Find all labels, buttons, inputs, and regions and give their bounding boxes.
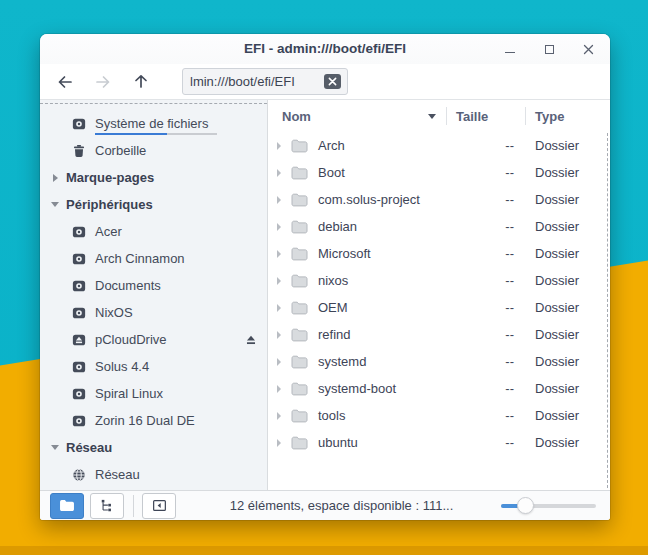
sidebar-item-documents[interactable]: Documents	[40, 272, 267, 299]
sidebar-section-bookmarks[interactable]: Marque-pages	[40, 164, 267, 191]
file-name: systemd-boot	[318, 381, 396, 396]
clear-location-button[interactable]	[324, 74, 341, 89]
sidebar-item-trash[interactable]: Corbeille	[40, 137, 267, 164]
sidebar-item-arch-cinnamon[interactable]: Arch Cinnamon	[40, 245, 267, 272]
file-type: Dossier	[526, 408, 610, 423]
sidebar-item-acer[interactable]: Acer	[40, 218, 267, 245]
sidebar-item-label: NixOS	[95, 305, 133, 320]
sidebar-section-network[interactable]: Réseau	[40, 434, 267, 461]
eject-icon	[244, 333, 258, 347]
trash-icon	[72, 144, 86, 158]
drag-indicator-top	[40, 103, 267, 104]
expander-icon[interactable]	[277, 385, 281, 393]
expander-icon[interactable]	[277, 358, 281, 366]
close-icon	[583, 44, 594, 55]
drag-indicator-right	[607, 133, 608, 488]
expander-icon[interactable]	[277, 331, 281, 339]
table-row[interactable]: Arch -- Dossier	[268, 132, 610, 159]
expander-icon[interactable]	[277, 196, 281, 204]
maximize-icon	[545, 45, 554, 54]
chevron-down-icon	[51, 202, 59, 207]
file-name: nixos	[318, 273, 348, 288]
folder-icon	[291, 220, 308, 234]
minimize-button[interactable]	[504, 42, 516, 56]
drive-eject-icon	[72, 333, 86, 347]
table-row[interactable]: tools -- Dossier	[268, 402, 610, 429]
file-size: --	[447, 192, 526, 207]
chevron-down-icon	[51, 445, 59, 450]
forward-icon	[94, 74, 112, 90]
expander-icon[interactable]	[277, 169, 281, 177]
file-size: --	[447, 138, 526, 153]
folder-icon	[291, 301, 308, 315]
up-button[interactable]	[126, 68, 156, 96]
table-row[interactable]: refind -- Dossier	[268, 321, 610, 348]
column-header-name[interactable]: Nom	[268, 109, 446, 124]
drive-icon	[72, 117, 86, 131]
sidebar-item-network[interactable]: Réseau	[40, 461, 267, 488]
file-type: Dossier	[526, 300, 610, 315]
sidebar-item-label: Solus 4.4	[95, 359, 149, 374]
sidebar-item-pclouddrive[interactable]: pCloudDrive	[40, 326, 267, 353]
folder-icon	[291, 436, 308, 450]
sidebar-item-nixos[interactable]: NixOS	[40, 299, 267, 326]
file-size: --	[447, 165, 526, 180]
table-row[interactable]: debian -- Dossier	[268, 213, 610, 240]
sidebar-section-label: Périphériques	[66, 197, 153, 212]
drive-icon	[72, 414, 86, 428]
sidebar-item-label: Acer	[95, 224, 122, 239]
table-row[interactable]: systemd-boot -- Dossier	[268, 375, 610, 402]
expander-icon[interactable]	[277, 412, 281, 420]
zoom-slider-knob[interactable]	[517, 497, 534, 514]
table-row[interactable]: Microsoft -- Dossier	[268, 240, 610, 267]
folder-icon	[291, 328, 308, 342]
column-header-size[interactable]: Taille	[447, 109, 525, 124]
file-size: --	[447, 273, 526, 288]
expander-icon[interactable]	[277, 439, 281, 447]
sidebar-item-label: Réseau	[95, 467, 140, 482]
zoom-slider[interactable]	[501, 497, 596, 515]
sidebar-item-spiral-linux[interactable]: Spiral Linux	[40, 380, 267, 407]
expander-icon[interactable]	[277, 142, 281, 150]
eject-button[interactable]	[244, 333, 258, 347]
sort-desc-icon	[428, 114, 436, 119]
expander-icon[interactable]	[277, 304, 281, 312]
maximize-button[interactable]	[543, 42, 555, 56]
expander-icon[interactable]	[277, 250, 281, 258]
table-row[interactable]: systemd -- Dossier	[268, 348, 610, 375]
folder-icon	[291, 247, 308, 261]
folder-icon	[291, 409, 308, 423]
table-row[interactable]: Boot -- Dossier	[268, 159, 610, 186]
back-icon	[56, 74, 74, 90]
drive-icon	[72, 252, 86, 266]
toggle-sidebar-button[interactable]	[142, 493, 176, 519]
location-input[interactable]: lmin:///boot/efi/EFI	[182, 68, 348, 95]
drive-icon	[72, 387, 86, 401]
folder-icon	[291, 355, 308, 369]
tree-view-icon	[100, 499, 114, 513]
titlebar[interactable]: EFI - admin:///boot/efi/EFI	[40, 34, 610, 64]
sidebar-item-zorin[interactable]: Zorin 16 Dual DE	[40, 407, 267, 434]
table-row[interactable]: com.solus-project -- Dossier	[268, 186, 610, 213]
expander-icon[interactable]	[277, 223, 281, 231]
table-row[interactable]: nixos -- Dossier	[268, 267, 610, 294]
table-row[interactable]: ubuntu -- Dossier	[268, 429, 610, 456]
expander-icon[interactable]	[277, 277, 281, 285]
file-size: --	[447, 408, 526, 423]
close-button[interactable]	[582, 42, 594, 56]
file-name: Boot	[318, 165, 345, 180]
tree-view-button[interactable]	[90, 493, 124, 519]
file-size: --	[447, 354, 526, 369]
forward-button[interactable]	[88, 68, 118, 96]
sidebar-section-devices[interactable]: Périphériques	[40, 191, 267, 218]
column-header-type[interactable]: Type	[526, 109, 610, 124]
icon-view-button[interactable]	[50, 493, 84, 519]
sidebar-item-filesystem[interactable]: Système de fichiers	[40, 110, 267, 137]
file-size: --	[447, 300, 526, 315]
table-row[interactable]: OEM -- Dossier	[268, 294, 610, 321]
back-button[interactable]	[50, 68, 80, 96]
sidebar-item-solus[interactable]: Solus 4.4	[40, 353, 267, 380]
sidebar-section-label: Réseau	[66, 440, 112, 455]
folder-icon	[291, 139, 308, 153]
drive-icon	[72, 360, 86, 374]
